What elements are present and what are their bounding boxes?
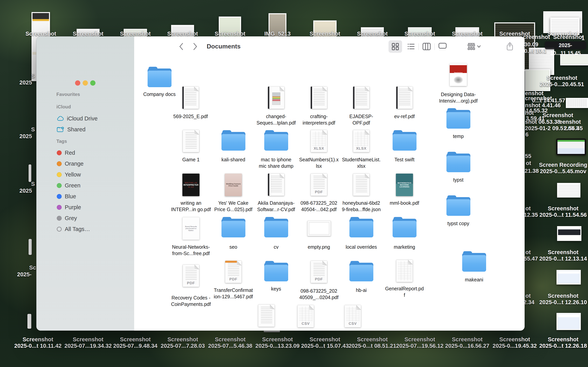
file-label: OPF.pdf <box>339 120 384 126</box>
desktop-icon-label-fragment[interactable]: 2025 <box>19 133 32 140</box>
desktop-icon-label: 2025-0...5.45.mov <box>534 168 588 175</box>
desktop-icon-label-fragment[interactable]: eenshot <box>559 119 581 125</box>
desktop-icon-label-fragment[interactable]: shot 06.53.38 <box>525 119 560 125</box>
doc-thumbnail-icon <box>557 183 580 198</box>
desktop-icon-label-fragment[interactable]: 55.47 <box>524 256 538 262</box>
document-file-icon: MATHEMATICSMACHINE LEARNING <box>396 174 413 196</box>
desktop-icon-label-fragment[interactable]: ot <box>525 249 531 256</box>
desktop-icon-label: Screen Recording <box>534 162 588 168</box>
file-label: ion-129...5467.pdf <box>211 293 256 300</box>
file-label: kali-shared <box>211 157 256 163</box>
desktop-icon-label-fragment[interactable]: ot <box>525 293 531 299</box>
desktop-icon-label-fragment[interactable]: 2.56.45 <box>564 125 583 132</box>
file-label: Recovery Codes - <box>169 295 213 301</box>
file-type-badge: PDF <box>311 277 327 281</box>
file-label: Intensiv....org).pdf <box>436 98 481 104</box>
desktop-icon-label-fragment[interactable]: S <box>31 181 35 187</box>
file-label: marketing <box>382 244 427 250</box>
file-label: empty.png <box>297 244 341 250</box>
file-label: Seques...tplan.pdf <box>254 120 298 126</box>
file-label: f <box>382 292 427 298</box>
file-label: Yes' We Cake <box>211 200 256 206</box>
document-file-icon: XLSX <box>353 130 370 152</box>
document-file-icon <box>258 305 274 327</box>
document-file-icon <box>353 174 370 196</box>
file-label: xlsx <box>339 163 384 169</box>
desktop-icon-label-fragment[interactable]: Screenshot <box>553 34 584 40</box>
desktop-icon-label: 2025-0...t 11.54.56 <box>534 212 588 218</box>
desktop-icon-label-fragment[interactable]: ot <box>526 160 531 166</box>
folder-icon <box>264 132 288 151</box>
desktop-icon-label: Screenshot <box>534 249 588 256</box>
desktop-icon-label-fragment[interactable]: S <box>31 73 35 79</box>
file-label: Game 1 <box>169 157 213 163</box>
folder-icon <box>393 219 417 237</box>
desktop-icon-label-fragment[interactable]: 2.34 <box>524 299 534 306</box>
folder-icon <box>221 219 245 237</box>
desktop-icon-label: Screenshot <box>533 75 588 81</box>
files-layer: Company docsDesigningData-IntensiveAppli… <box>36 36 525 331</box>
file-label: crafting- <box>297 113 341 120</box>
document-file-icon: XLSX <box>311 130 327 152</box>
desktop-icon-label-fragment[interactable]: 2025 <box>19 188 32 194</box>
file-type-badge: CSV <box>298 321 314 326</box>
file-label: Test swift <box>382 157 427 163</box>
folder-icon <box>349 263 373 281</box>
image-file-icon <box>307 221 331 236</box>
file-label: local overrides <box>339 244 384 250</box>
file-label: Price G...025).pdf <box>211 206 256 213</box>
desktop-icon-label-fragment[interactable]: Screenshot <box>542 112 573 118</box>
file-label: honeybunai-6bd2 <box>339 200 384 206</box>
desktop-icon-label-fragment[interactable]: S <box>31 126 35 133</box>
desktop-icon-label-fragment[interactable]: 55 <box>525 153 531 159</box>
document-file-icon: PDF <box>311 261 327 283</box>
file-label: Akila Dananjaya- <box>254 200 298 206</box>
file-label: 569-2025_E.pdf <box>168 113 213 120</box>
folder-icon <box>264 219 288 237</box>
file-label: TransferConfirmat <box>211 287 256 293</box>
desktop-icon-label-fragment[interactable]: 12.35 <box>524 212 538 218</box>
desktop-icon-label-fragment[interactable]: 21.38 <box>525 168 539 174</box>
folder-icon <box>462 253 486 272</box>
file-label: GeneralReport.pd <box>382 285 427 292</box>
file-label: changed- <box>254 113 298 120</box>
desktop-icon-sliver <box>29 164 31 182</box>
blue-thumbnail-icon <box>556 270 581 284</box>
file-label: temp <box>436 133 481 140</box>
desktop-icon-label: Screenshot <box>9 336 67 343</box>
document-file-icon: PDF <box>183 265 199 287</box>
file-type-badge: XLSX <box>353 146 370 151</box>
folder-icon <box>148 68 171 87</box>
desktop-icon-label-fragment[interactable]: Sc <box>29 265 36 271</box>
desktop-icon-label-fragment[interactable]: 2025- <box>17 271 32 278</box>
desktop-icon-sliver <box>264 331 280 332</box>
blue-thumbnail-icon <box>556 313 581 330</box>
folder-icon <box>446 197 470 216</box>
desktop-icon-label-fragment[interactable]: ot <box>525 205 531 212</box>
folder-icon <box>264 263 288 281</box>
document-file-icon: PDF <box>311 174 327 196</box>
document-file-icon <box>183 130 199 152</box>
desktop-icon-label-fragment[interactable]: 2025 <box>19 79 32 86</box>
selected-desktop-icon-label[interactable]: 2025-10...11.15.45 <box>545 42 586 49</box>
desktop-icon-label-fragment[interactable]: creenshot <box>523 34 550 40</box>
desktop-icon-label-fragment[interactable]: 6 <box>525 131 529 138</box>
file-label: lsx <box>297 163 341 169</box>
desktop-icon-label-fragment[interactable]: 30.09 <box>524 41 539 48</box>
document-file-icon: Wedding FavoursPrice Guide <box>225 174 242 196</box>
file-label: Neural-Networks- <box>169 244 213 250</box>
desktop-icon-label: 2025-0...t 12.26.10 <box>534 299 588 306</box>
file-type-badge: PDF <box>311 190 327 194</box>
file-label: mac to iphone <box>254 157 298 163</box>
desktop-icon-label: 2025-0...20.45.51 <box>533 81 588 88</box>
file-label: seo <box>211 244 256 250</box>
desktop-icon-label-fragment[interactable]: 1 <box>581 35 585 42</box>
document-file-icon <box>268 87 284 109</box>
file-label: typst copy <box>436 220 481 227</box>
desktop-icon-label: Screenshot <box>534 293 588 299</box>
file-type-badge: XLSX <box>311 146 327 151</box>
file-label: StudentNameList. <box>339 157 384 163</box>
finder-window: FavouritesiCloudiCloud DriveSharedTagsRe… <box>36 36 525 331</box>
file-label: interpreters.pdf <box>297 120 341 126</box>
desktop-icon-label-fragment[interactable]: 0...t 10.1 <box>524 48 546 54</box>
